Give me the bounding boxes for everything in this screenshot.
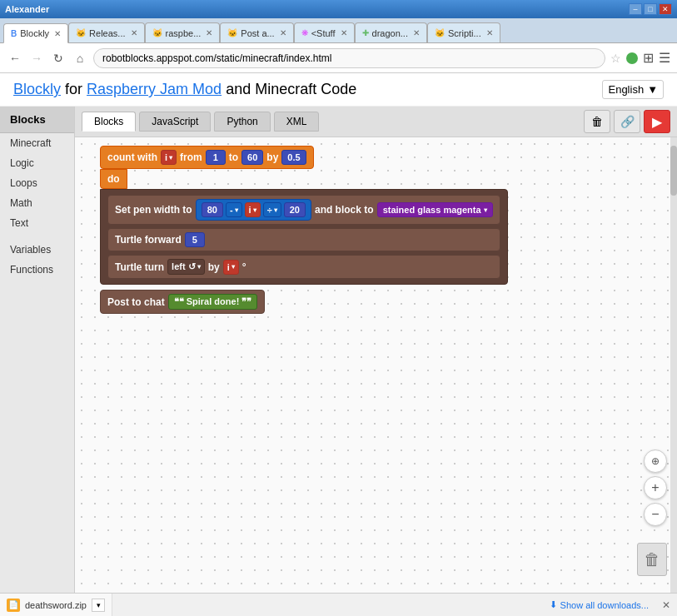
blockly-link[interactable]: Blockly — [13, 81, 61, 97]
tab-label-script: Scripti... — [448, 28, 481, 38]
tab-script[interactable]: 🐱 Scripti... ✕ — [427, 22, 500, 42]
do-label: do — [100, 169, 127, 189]
count-to-value[interactable]: 60 — [241, 150, 263, 165]
url-input[interactable] — [93, 48, 605, 68]
math-chevron: ▾ — [235, 206, 238, 214]
sidebar-item-text[interactable]: Text — [0, 213, 74, 233]
pen-var-dropdown[interactable]: i ▾ — [245, 202, 261, 217]
pen-minus-dropdown[interactable]: - ▾ — [226, 202, 242, 217]
tab-favicon-raspberry: 🐱 — [152, 28, 162, 37]
tab-close-raspberry[interactable]: ✕ — [206, 28, 212, 37]
sidebar-item-logic[interactable]: Logic — [0, 153, 74, 173]
sidebar: Blocks Minecraft Logic Loops Math Text V… — [0, 107, 75, 593]
tab-label-raspberry: raspbe... — [166, 28, 202, 38]
back-button[interactable]: ← — [7, 50, 23, 67]
chat-value[interactable]: ❝❝ Spiral done! ❞❞ — [168, 294, 258, 310]
sidebar-item-minecraft[interactable]: Minecraft — [0, 133, 74, 153]
tab-close-blockly[interactable]: ✕ — [54, 29, 61, 38]
download-item: 📄 deathsword.zip ▾ — [0, 594, 112, 616]
qr-icon[interactable]: ⊞ — [643, 50, 654, 66]
tab-label-dragon: dragon... — [372, 28, 408, 38]
close-button[interactable]: ✕ — [659, 3, 672, 15]
turtle-turn-dir-dropdown[interactable]: left ↺ ▾ — [167, 259, 205, 275]
browser-tabs-bar: B Blockly ✕ 🐱 Releas... ✕ 🐱 raspbe... ✕ … — [0, 18, 677, 43]
raspberry-jam-link[interactable]: Raspberry Jam Mod — [87, 81, 222, 97]
language-selector[interactable]: English ▼ — [602, 80, 664, 99]
blocks-area: count with i ▾ from 1 to 60 by 0.5 — [100, 146, 508, 314]
download-arrow-button[interactable]: ▾ — [92, 599, 105, 612]
turtle-forward-block[interactable]: Turtle forward 5 — [107, 228, 500, 251]
pen-width-block[interactable]: Set pen width to 80 - ▾ i ▾ — [107, 195, 500, 225]
zoom-center-button[interactable]: ⊕ — [644, 450, 667, 473]
menu-icon[interactable]: ☰ — [659, 50, 670, 66]
tab-label-post: Post a... — [241, 28, 274, 38]
turtle-turn-block[interactable]: Turtle turn left ↺ ▾ by i ▾ — [107, 255, 500, 279]
tab-close-release[interactable]: ✕ — [131, 28, 137, 37]
tab-python[interactable]: Python — [214, 112, 270, 132]
tab-xml[interactable]: XML — [274, 112, 320, 132]
tab-stuff[interactable]: ❋ <Stuff ✕ — [294, 22, 355, 42]
turn-dir-chevron: ▾ — [197, 263, 201, 271]
pen-div-dropdown[interactable]: ÷ ▾ — [263, 202, 281, 217]
link-button[interactable]: 🔗 — [614, 110, 640, 133]
div-chevron: ▾ — [274, 206, 277, 214]
count-from-value[interactable]: 1 — [206, 150, 226, 165]
tab-close-stuff[interactable]: ✕ — [341, 28, 347, 37]
run-button[interactable]: ▶ — [644, 110, 670, 133]
pen-val-20[interactable]: 20 — [284, 202, 306, 217]
security-icon — [626, 52, 638, 64]
sidebar-item-loops[interactable]: Loops — [0, 173, 74, 193]
scrollbar-thumb[interactable] — [670, 146, 677, 196]
tab-blockly[interactable]: B Blockly ✕ — [3, 23, 68, 43]
sidebar-item-functions[interactable]: Functions — [0, 260, 74, 280]
minimize-button[interactable]: – — [629, 3, 642, 15]
pen-color-label: stained glass magenta — [383, 205, 481, 215]
post-chat-block[interactable]: Post to chat ❝❝ Spiral done! ❞❞ — [100, 290, 265, 314]
tab-favicon-post: 🐱 — [227, 28, 237, 37]
browser-content: Blockly for Raspberry Jam Mod and Minecr… — [0, 73, 677, 593]
delete-button[interactable]: 🗑 — [584, 110, 610, 133]
math-block[interactable]: 80 - ▾ i ▾ — [196, 199, 311, 221]
pen-color-block[interactable]: stained glass magenta ▾ — [377, 202, 493, 217]
tab-raspberry[interactable]: 🐱 raspbe... ✕ — [145, 22, 221, 42]
pen-and-label: and block to — [315, 204, 374, 216]
tab-label-release: Releas... — [89, 28, 125, 38]
tab-close-script[interactable]: ✕ — [486, 28, 493, 37]
pen-label: Set pen width to — [115, 204, 192, 216]
address-bar: ← → ↻ ⌂ ☆ ⊞ ☰ — [0, 43, 677, 73]
count-by-value[interactable]: 0.5 — [281, 150, 306, 165]
maximize-button[interactable]: □ — [644, 3, 657, 15]
trash-icon[interactable]: 🗑 — [637, 543, 667, 576]
tab-favicon: B — [11, 29, 17, 38]
zoom-out-button[interactable]: − — [644, 503, 667, 526]
tab-blocks[interactable]: Blocks — [82, 112, 136, 132]
count-var-dropdown[interactable]: i ▾ — [161, 150, 177, 165]
home-button[interactable]: ⌂ — [72, 50, 88, 67]
statusbar-close-button[interactable]: ✕ — [655, 599, 677, 611]
show-downloads-link[interactable]: ⬇ Show all downloads... — [543, 599, 655, 610]
reload-button[interactable]: ↻ — [50, 50, 67, 67]
tab-close-dragon[interactable]: ✕ — [413, 28, 420, 37]
forward-button[interactable]: → — [28, 50, 45, 67]
sidebar-item-variables[interactable]: Variables — [0, 240, 74, 260]
tab-dragon[interactable]: ✚ dragon... ✕ — [355, 22, 427, 42]
zoom-in-button[interactable]: + — [644, 476, 667, 499]
degree-symbol: ° — [242, 261, 246, 273]
scrollbar[interactable] — [670, 137, 677, 593]
tab-close-post[interactable]: ✕ — [280, 28, 286, 37]
sidebar-item-math[interactable]: Math — [0, 193, 74, 213]
pen-val-80[interactable]: 80 — [202, 202, 223, 217]
tab-javascript[interactable]: JavaScript — [139, 112, 211, 132]
turtle-turn-var-dropdown[interactable]: i ▾ — [223, 260, 239, 275]
block-canvas: count with i ▾ from 1 to 60 by 0.5 — [75, 137, 677, 593]
turtle-turn-label: Turtle turn — [115, 261, 164, 273]
tab-release[interactable]: 🐱 Releas... ✕ — [68, 22, 144, 42]
count-block[interactable]: count with i ▾ from 1 to 60 by 0.5 — [100, 146, 314, 169]
from-label: from — [180, 152, 202, 163]
bookmark-icon[interactable]: ☆ — [610, 52, 621, 65]
chat-label: Post to chat — [107, 296, 165, 308]
turtle-fwd-label: Turtle forward — [115, 234, 182, 246]
turtle-fwd-val[interactable]: 5 — [185, 232, 205, 247]
tab-post[interactable]: 🐱 Post a... ✕ — [220, 22, 293, 42]
language-label: English — [608, 83, 644, 96]
